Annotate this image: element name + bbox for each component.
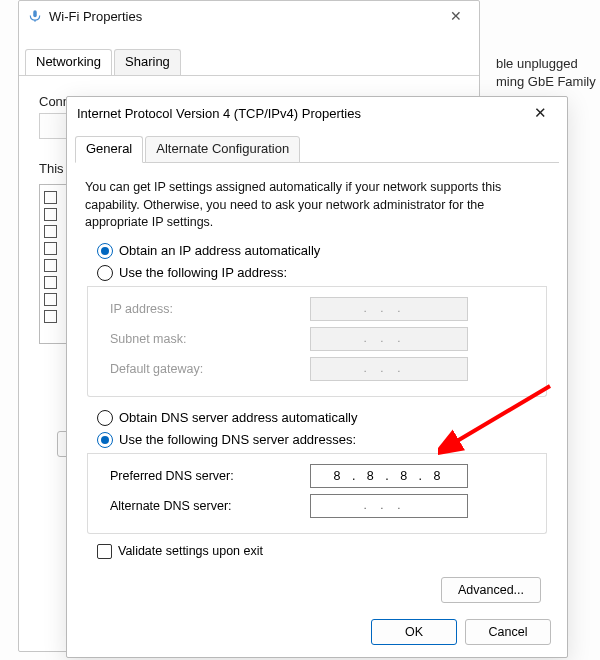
ipv4-title: Internet Protocol Version 4 (TCP/IPv4) P… — [77, 106, 361, 121]
bg-text-1: ble unplugged — [496, 56, 578, 71]
tab-sharing[interactable]: Sharing — [114, 49, 181, 75]
tab-networking[interactable]: Networking — [25, 49, 112, 75]
bg-text-2: ming GbE Family — [496, 74, 596, 89]
alt-dns-label: Alternate DNS server: — [110, 499, 310, 513]
preferred-dns-input[interactable]: 8 . 8 . 8 . 8 — [310, 464, 468, 488]
radio-manual-ip[interactable]: Use the following IP address: — [67, 262, 567, 284]
validate-checkbox-row[interactable]: Validate settings upon exit — [97, 544, 567, 559]
checkbox-icon — [97, 544, 112, 559]
alternate-dns-input[interactable]: ... — [310, 494, 468, 518]
radio-icon — [97, 243, 113, 259]
wifi-close-icon[interactable]: ✕ — [441, 8, 471, 24]
radio-manual-dns[interactable]: Use the following DNS server addresses: — [67, 429, 567, 451]
ipv4-properties-window: Internet Protocol Version 4 (TCP/IPv4) P… — [66, 96, 568, 658]
ok-button[interactable]: OK — [371, 619, 457, 645]
gateway-input: ... — [310, 357, 468, 381]
wifi-icon — [27, 8, 43, 24]
radio-icon — [97, 432, 113, 448]
ip-address-label: IP address: — [110, 302, 310, 316]
dns-fields-group: Preferred DNS server: 8 . 8 . 8 . 8 Alte… — [87, 453, 547, 534]
ip-fields-group: IP address: ... Subnet mask: ... Default… — [87, 286, 547, 397]
radio-auto-ip[interactable]: Obtain an IP address automatically — [67, 240, 567, 262]
wifi-title-text: Wi-Fi Properties — [49, 9, 142, 24]
subnet-label: Subnet mask: — [110, 332, 310, 346]
cancel-button[interactable]: Cancel — [465, 619, 551, 645]
ipv4-close-icon[interactable]: ✕ — [523, 104, 557, 122]
wifi-tabs: Networking Sharing — [19, 49, 479, 76]
radio-icon — [97, 265, 113, 281]
pref-dns-label: Preferred DNS server: — [110, 469, 310, 483]
tab-alternate[interactable]: Alternate Configuration — [145, 136, 300, 163]
radio-auto-dns[interactable]: Obtain DNS server address automatically — [67, 407, 567, 429]
gateway-label: Default gateway: — [110, 362, 310, 376]
advanced-button[interactable]: Advanced... — [441, 577, 541, 603]
tab-general[interactable]: General — [75, 136, 143, 163]
ipv4-description: You can get IP settings assigned automat… — [67, 163, 567, 240]
ip-address-input: ... — [310, 297, 468, 321]
subnet-input: ... — [310, 327, 468, 351]
radio-icon — [97, 410, 113, 426]
